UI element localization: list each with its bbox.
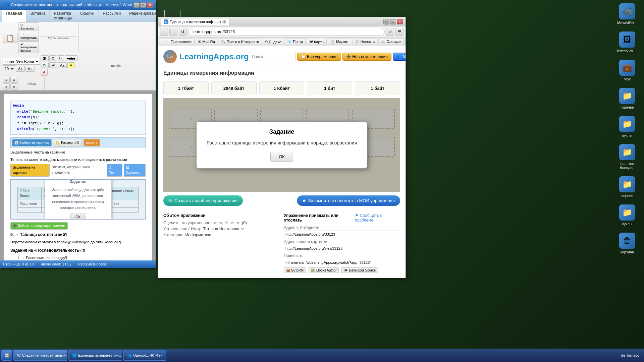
format-painter-button[interactable]: 🖌 Копировать формат [18, 41, 39, 53]
la-embed-input[interactable] [284, 259, 400, 266]
bookmark-search[interactable]: 🔍 Поиск в Интернете [219, 39, 261, 45]
tab-references[interactable]: Ссылки [76, 10, 99, 22]
la-installed-icon[interactable]: ✏ [241, 227, 245, 231]
size-button[interactable]: 📐 Размер: 0 0 [54, 139, 82, 146]
la-image-input[interactable] [284, 245, 400, 252]
map-button[interactable]: 🖼 Картинка [124, 164, 146, 177]
add-element-row: ➕ Добавить следующий элемент [10, 222, 146, 230]
la-star-2[interactable]: ☆ [219, 221, 223, 225]
desktop-icon-moe[interactable]: 💼 Мое [614, 60, 641, 81]
font-size-select[interactable]: 10 [3, 65, 15, 72]
browser-maximize-button[interactable]: □ [390, 19, 396, 24]
table-row-3-1 [18, 210, 42, 212]
desktop-icon-goryachee[interactable]: 📁 горячее [614, 88, 641, 109]
align-left-button[interactable]: ≡ [3, 77, 10, 83]
increase-font-button[interactable]: A↑ [16, 66, 25, 72]
forward-button[interactable]: → [169, 28, 177, 36]
la-ibooks-button[interactable]: 📗 iBooks Author [309, 267, 339, 273]
desktop-icon-servis[interactable]: 📁 сервис [614, 176, 641, 198]
desktop-icon-movavisrc[interactable]: 📹 MovaviScr... [614, 3, 641, 25]
subscript-button[interactable]: x₂ [41, 62, 49, 68]
la-card-1byte[interactable]: 1 байт [355, 81, 400, 95]
superscript-button[interactable]: x² [49, 62, 57, 68]
la-save-button[interactable]: ★ Запомнить и положить в МОИ упражнения [297, 195, 400, 206]
justify-button[interactable]: ≡ [10, 83, 17, 89]
la-star-5[interactable]: ☆ [236, 221, 240, 225]
desktop-icon-kukly2[interactable]: 📁 куклы [614, 204, 641, 226]
maximize-button[interactable]: □ [140, 2, 146, 8]
modal-ok-button[interactable]: ОК [270, 152, 293, 162]
la-my-classes-btn[interactable]: 👥 Мои классы [393, 53, 406, 61]
align-right-button[interactable]: ≡ [3, 83, 10, 89]
case-button[interactable]: Aa [58, 62, 67, 68]
highlight-button[interactable]: A [67, 62, 74, 68]
la-new-exercise-btn[interactable]: ➕ Новое упражнение [342, 53, 391, 61]
font-name-select[interactable]: Times New Roman [3, 58, 40, 65]
bookmark-yandex[interactable]: Я Яндекс [263, 39, 283, 45]
la-star-1[interactable]: ☆ [213, 221, 217, 225]
bookmark-market[interactable]: 🛒 Маркет [328, 39, 351, 45]
underline-button[interactable]: Ч [57, 55, 64, 61]
browser-close-button[interactable]: ✕ [397, 19, 403, 24]
font-color-button[interactable]: A [41, 69, 48, 75]
copy-button[interactable]: 📄 Копировать [18, 32, 39, 41]
strikethrough-button[interactable]: –abc [65, 55, 77, 61]
paste-button[interactable]: 📋 [3, 33, 17, 43]
taskbar-word-btn[interactable]: W Создание интерактивных пр... [13, 350, 67, 361]
choose-card-button[interactable]: 🃏 Выберите картинку [12, 139, 52, 146]
cut-button[interactable]: ✂ Вырезать [18, 22, 39, 31]
browser-tab-close[interactable]: ✕ [222, 20, 226, 24]
la-url-input[interactable] [284, 231, 400, 238]
text-button[interactable]: А Текст [107, 164, 122, 177]
taskbar-browser-btn[interactable]: 🌐 Единицы измерения инф... [68, 350, 122, 361]
bookmark-maps[interactable]: 🗺 Карты [307, 39, 327, 45]
la-card-1gbit[interactable]: 1 Гбайт [163, 81, 209, 95]
desktop-icon-korzina[interactable]: 🗑 корзина [614, 233, 641, 254]
address-bar[interactable] [188, 28, 385, 36]
bookmark-dict[interactable]: 📖 Словари [378, 39, 404, 45]
reload-button[interactable]: ↺ [179, 28, 187, 36]
align-center-button[interactable]: ≡ [10, 77, 17, 83]
bookmark-news[interactable]: 📰 Новости [353, 39, 377, 45]
bold-button[interactable]: Ж [41, 55, 49, 61]
la-star-3[interactable]: ☆ [225, 221, 228, 225]
la-developer-button[interactable]: 💻 Developer Source [341, 267, 378, 273]
choose-btn2[interactable]: решите [84, 139, 100, 146]
italic-button[interactable]: К [49, 55, 56, 61]
desktop-icon-polyakov[interactable]: 📁 поляков блендер [614, 144, 641, 170]
tab-insert[interactable]: Вставка [26, 10, 50, 22]
la-scorm-button[interactable]: 📦 SCORM [284, 267, 306, 273]
la-card-2048[interactable]: 2048 байт [211, 81, 257, 95]
la-create-similar-button[interactable]: ↻ Создать подобное приложение [163, 195, 243, 206]
tab-mailings[interactable]: Рассылки [99, 10, 125, 22]
minimize-button[interactable]: ─ [133, 2, 140, 8]
taskbar-odnoklassniki-btn[interactable]: 👥 Однокл... 407497 [123, 350, 166, 361]
paragraph-group-label: Абзац [20, 82, 43, 85]
bookmark-mailru[interactable]: ✉ Mail.Ru [196, 39, 217, 45]
back-button[interactable]: ← [160, 28, 168, 36]
star-button[interactable]: ☆ [386, 28, 394, 36]
tab-layout[interactable]: Разметка страницы [50, 10, 76, 22]
bookmark-pochta[interactable]: 📧 Почта [285, 39, 306, 45]
tab-home[interactable]: Главная [2, 10, 26, 22]
select-on-map-button[interactable]: Выделение на картинке [10, 164, 50, 177]
start-button[interactable]: 🪟 [1, 350, 12, 361]
browser-tab-active[interactable]: L Единицы измерения инф... - x ✕ [161, 18, 229, 25]
word-task-ok-button[interactable]: ОК [70, 214, 86, 220]
desktop-icon-kukly[interactable]: 📁 куклы [614, 116, 641, 137]
browser-minimize-button[interactable]: ─ [383, 19, 389, 24]
close-button[interactable]: ✕ [147, 2, 153, 8]
la-report-link[interactable]: ⚑ Сообщить о проблеме [355, 213, 400, 223]
la-star-4[interactable]: ☆ [230, 221, 234, 225]
la-card-1bit[interactable]: 1 бит [307, 81, 352, 95]
decrease-font-button[interactable]: A↓ [25, 66, 35, 72]
la-all-exercises-btn[interactable]: 📋 Все упражнения [297, 53, 341, 61]
add-element-button[interactable]: ➕ Добавить следующий элемент [10, 222, 68, 230]
bookmark-video[interactable]: ▶ Видео [405, 39, 406, 45]
la-card-1kbit[interactable]: 1 Кбайт [259, 81, 305, 95]
menu-button[interactable]: ☰ [395, 28, 404, 36]
desktop-icon-temniy[interactable]: 🖼 Temniy.201... [614, 32, 641, 53]
la-search-input[interactable] [249, 52, 296, 61]
bookmark-apps[interactable]: ⋮⋮ Приложения [160, 39, 195, 45]
refresh-icon: ↻ [169, 198, 172, 203]
